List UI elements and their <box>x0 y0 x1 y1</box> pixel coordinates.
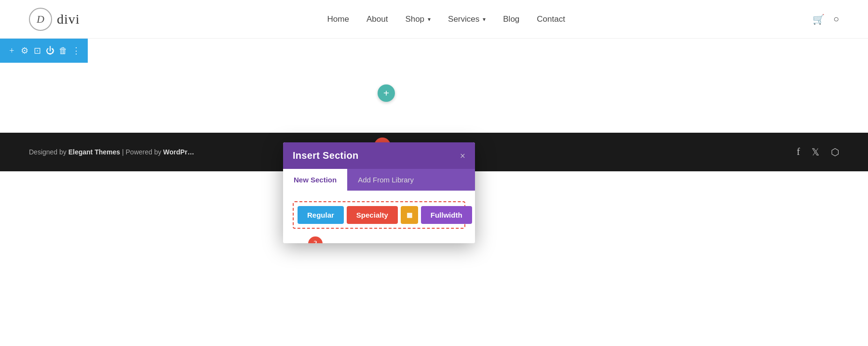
facebook-icon[interactable]: f <box>797 146 800 158</box>
toolbar-delete-icon[interactable]: 🗑 <box>58 46 68 56</box>
modal-title: Insert Section <box>293 150 358 161</box>
nav-home[interactable]: Home <box>327 14 349 24</box>
editor-toolbar: + ⚙ ⊡ ⏻ 🗑 ⋮ <box>0 39 88 63</box>
nav-icons: 🛒 ○ <box>813 14 839 25</box>
toolbar-layout-icon[interactable]: ⊡ <box>32 45 42 56</box>
logo-circle: D <box>29 8 52 31</box>
add-section-green-button[interactable]: + <box>378 84 395 102</box>
modal-tabs: New Section Add From Library <box>283 169 475 191</box>
nav-services[interactable]: Services ▾ <box>448 14 486 24</box>
specialty-icon-button[interactable]: ▦ <box>401 206 418 224</box>
services-chevron-icon: ▾ <box>483 16 486 23</box>
cart-icon[interactable]: 🛒 <box>813 14 825 25</box>
nav-contact[interactable]: Contact <box>537 14 565 24</box>
logo[interactable]: D divi <box>29 8 80 31</box>
content-area: + 1 + <box>0 39 868 133</box>
toolbar-power-icon[interactable]: ⏻ <box>45 46 55 56</box>
elegant-themes-text: Elegant Themes <box>68 148 120 156</box>
footer-social: f 𝕏 ⬡ <box>797 146 839 158</box>
section-type-selector: Regular Specialty ▦ Fullwidth <box>293 201 465 229</box>
twitter-icon[interactable]: 𝕏 <box>812 146 819 158</box>
logo-text: divi <box>57 12 80 27</box>
tab-new-section[interactable]: New Section <box>283 169 347 191</box>
logo-letter: D <box>37 13 44 26</box>
modal-close-button[interactable]: × <box>460 151 465 161</box>
navbar: D divi Home About Shop ▾ Services ▾ Blog… <box>0 0 868 39</box>
nav-blog[interactable]: Blog <box>503 14 519 24</box>
shop-chevron-icon: ▾ <box>428 16 431 23</box>
toolbar-add-btn[interactable]: + <box>7 46 17 56</box>
regular-section-button[interactable]: Regular <box>298 206 344 224</box>
specialty-section-button[interactable]: Specialty <box>347 206 398 224</box>
instagram-icon[interactable]: ⬡ <box>831 146 839 158</box>
modal-body: Regular Specialty ▦ Fullwidth 2 <box>283 191 475 243</box>
nav-shop[interactable]: Shop ▾ <box>405 14 431 24</box>
wordpress-text: WordPr… <box>163 148 194 156</box>
insert-section-modal: Insert Section × New Section Add From Li… <box>283 142 475 243</box>
modal-header: Insert Section × <box>283 142 475 169</box>
toolbar-more-icon[interactable]: ⋮ <box>71 45 81 56</box>
toolbar-settings-icon[interactable]: ⚙ <box>20 45 30 56</box>
tab-add-from-library[interactable]: Add From Library <box>347 169 424 191</box>
search-icon[interactable]: ○ <box>833 14 839 25</box>
fullwidth-section-button[interactable]: Fullwidth <box>421 206 472 224</box>
nav-links: Home About Shop ▾ Services ▾ Blog Contac… <box>327 14 565 24</box>
nav-about[interactable]: About <box>366 14 388 24</box>
step-badge-2: 2 <box>308 236 323 243</box>
footer-text: Designed by Elegant Themes | Powered by … <box>29 148 194 156</box>
